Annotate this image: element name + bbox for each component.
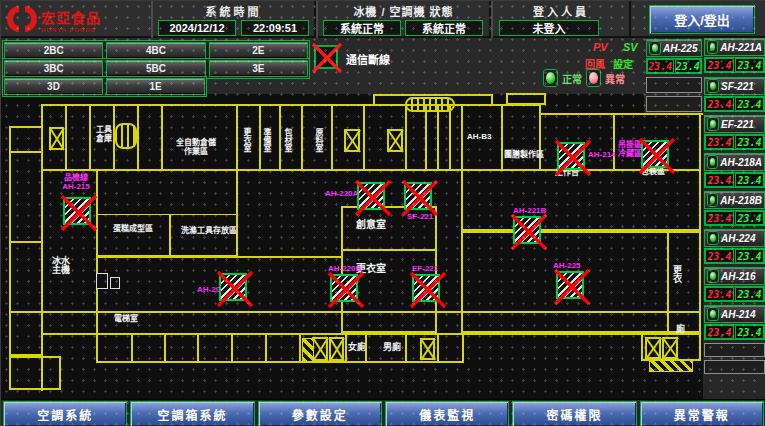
unit-ah-214[interactable]: AH-214 <box>704 305 765 323</box>
machine-status-label: 冰機 / 空調機 狀態 <box>318 3 489 19</box>
hmi-screen: 宏亞食品 HUNYA FOODS 系統時間 2024/12/12 22:09:5… <box>0 0 765 426</box>
floor-button-2bc[interactable]: 2BC <box>4 42 103 59</box>
unit-ah-218a[interactable]: AH-218A <box>704 153 765 171</box>
room-label: 全自動倉儲 作業區 <box>164 138 228 156</box>
comm-fail-icon[interactable] <box>404 182 432 210</box>
room-label: 更衣室 <box>242 128 251 166</box>
comm-fail-icon[interactable] <box>330 274 358 302</box>
equipment-label: AH-214 <box>588 150 616 159</box>
empty-slot <box>646 77 702 93</box>
wall <box>9 311 43 313</box>
comm-fail-icon[interactable] <box>412 274 440 302</box>
hatched-area <box>649 360 693 372</box>
wall <box>363 105 365 169</box>
unit-ah-221a[interactable]: AH-221A <box>704 38 765 56</box>
floor-button-3d[interactable]: 3D <box>4 78 103 95</box>
comm-fail-icon[interactable] <box>557 142 585 170</box>
wall <box>96 333 464 363</box>
menu-password-auth[interactable]: 密碼權限 <box>512 401 636 426</box>
comm-fail-icon[interactable] <box>641 140 669 168</box>
wall <box>437 105 439 169</box>
logo-title: 宏亞食品 <box>41 7 101 27</box>
chiller-status-value: 系統正常 <box>323 20 401 36</box>
comm-fail-icon[interactable] <box>219 273 247 301</box>
equipment-label: AH-221B <box>513 206 546 215</box>
wall <box>405 105 407 169</box>
unit-ah-225[interactable]: AH-225 <box>646 39 702 57</box>
unit-name: AH-216 <box>721 271 755 282</box>
pv-value: 23.4 <box>647 59 674 73</box>
unit-ah-216[interactable]: AH-216 <box>704 267 765 285</box>
sv-value[interactable]: 23.4 <box>735 135 764 149</box>
menu-hvac-system[interactable]: 空調系統 <box>3 401 127 426</box>
sv-value[interactable]: 23.4 <box>735 325 764 339</box>
floor-button-3bc[interactable]: 3BC <box>4 60 103 77</box>
pv-value: 23.4 <box>705 97 734 111</box>
unit-block-ah-214: AH-214 23.423.4 <box>704 305 765 340</box>
wall <box>539 113 703 115</box>
company-logo-text: 宏亞食品 HUNYA FOODS <box>41 7 101 33</box>
sv-value[interactable]: 23.4 <box>735 211 764 225</box>
wall <box>501 105 503 169</box>
sv-value[interactable]: 23.4 <box>735 58 764 72</box>
sv-value[interactable]: 23.4 <box>735 173 764 187</box>
unit-block-ah-218b: AH-218B 23.423.4 <box>704 191 765 226</box>
wall <box>9 241 43 243</box>
wall <box>461 105 463 169</box>
comm-fail-icon[interactable] <box>513 216 541 244</box>
pv-value: 23.4 <box>705 135 734 149</box>
pv-value: 23.4 <box>705 173 734 187</box>
floor-button-5bc[interactable]: 5BC <box>106 60 205 77</box>
wall <box>461 169 701 231</box>
system-clock-value: 22:09:51 <box>241 20 309 36</box>
elevator-shaft-icon <box>387 129 403 152</box>
wall <box>405 334 407 362</box>
room-label: 原料室 <box>314 128 323 166</box>
sv-value[interactable]: 23.4 <box>735 249 764 263</box>
pv-value: 23.4 <box>705 325 734 339</box>
wall <box>345 334 347 362</box>
sv-value[interactable]: 23.4 <box>735 97 764 111</box>
menu-alarm[interactable]: 異常警報 <box>640 401 764 426</box>
menu-ahu-system[interactable]: 空調箱系統 <box>130 401 254 426</box>
pv-header: PV <box>593 41 608 53</box>
room-label: 工具 倉庫 <box>97 125 111 143</box>
login-label: 登入人員 <box>493 3 629 19</box>
wall <box>164 334 166 362</box>
sv-desc-label: 設定 <box>613 56 633 71</box>
floor-button-3e[interactable]: 3E <box>209 60 308 77</box>
pv-desc-label: 回風 <box>585 56 605 71</box>
unit-ef-221[interactable]: EF-221 <box>704 115 765 133</box>
floor-button-2e[interactable]: 2E <box>209 42 308 59</box>
wall <box>96 214 238 256</box>
logo-subtitle: HUNYA FOODS <box>41 27 101 33</box>
wall <box>96 256 341 258</box>
menu-meter-monitor[interactable]: 儀表監視 <box>385 401 509 426</box>
login-status-value: 未登入 <box>499 20 599 36</box>
equipment-label: 品檢線 AH-215 <box>59 173 93 191</box>
wall <box>89 105 91 169</box>
unit-block-sf-221: SF-221 23.423.4 <box>704 77 765 112</box>
hatched-area <box>302 338 314 362</box>
floor-button-4bc[interactable]: 4BC <box>106 42 205 59</box>
floor-button-1e[interactable]: 1E <box>106 78 205 95</box>
sv-value[interactable]: 23.4 <box>735 287 764 301</box>
unit-list: AH-221A 23.423.4 SF-221 23.423.4 EF-221 … <box>704 38 765 399</box>
login-logout-button[interactable]: 登入/登出 <box>649 5 755 34</box>
sv-value[interactable]: 23.4 <box>675 59 702 73</box>
wall <box>65 105 67 169</box>
unit-ah-224[interactable]: AH-224 <box>704 229 765 247</box>
comm-fail-icon[interactable] <box>357 182 385 210</box>
wall <box>236 105 238 169</box>
unit-block-ef-221: EF-221 23.423.4 <box>704 115 765 150</box>
wall <box>259 105 261 169</box>
room-label: 創意室 <box>356 220 386 229</box>
unit-name: EF-221 <box>721 119 754 130</box>
equipment-label: AH-220B <box>328 264 361 273</box>
unit-sf-221[interactable]: SF-221 <box>704 77 765 95</box>
unit-ah-218b[interactable]: AH-218B <box>704 191 765 209</box>
wall <box>299 334 301 362</box>
comm-fail-icon[interactable] <box>556 271 584 299</box>
menu-parameter-settings[interactable]: 參數設定 <box>258 401 382 426</box>
comm-fail-icon[interactable] <box>63 197 91 225</box>
